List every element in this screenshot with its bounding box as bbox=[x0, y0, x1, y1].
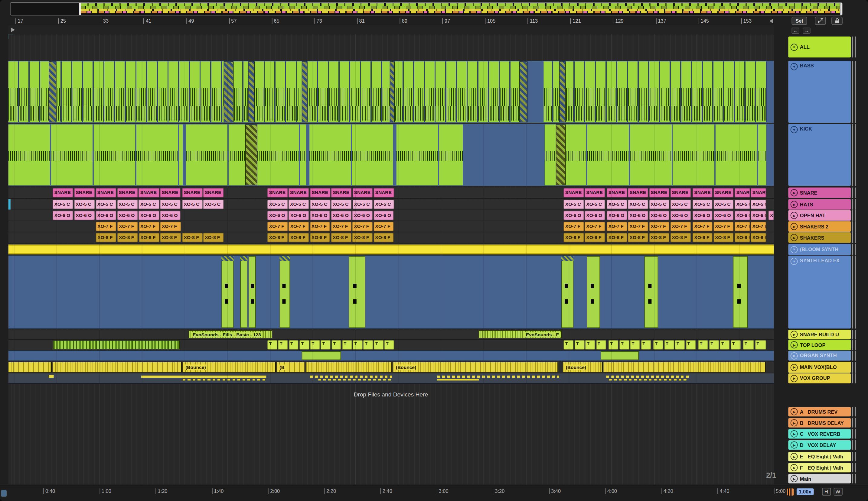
drum-clip[interactable]: SNARE bbox=[331, 188, 352, 197]
top-loop-clip[interactable]: T bbox=[596, 340, 606, 350]
drum-clip[interactable]: XO-8 F bbox=[139, 233, 159, 242]
fold-strip-segment[interactable] bbox=[852, 36, 857, 58]
drum-clip[interactable]: XO-5 C bbox=[585, 200, 605, 209]
drum-clip[interactable]: XO-6 O bbox=[607, 211, 627, 220]
audio-clip[interactable] bbox=[186, 125, 245, 185]
vocal-clip[interactable]: (Bounce) bbox=[183, 362, 276, 372]
drum-clip[interactable]: SNARE bbox=[693, 188, 713, 197]
hatched-clip[interactable] bbox=[245, 125, 258, 185]
resize-corner[interactable] bbox=[1, 490, 7, 497]
drum-clip[interactable]: XO-5 C bbox=[693, 200, 713, 209]
loop-clip[interactable] bbox=[53, 340, 180, 350]
fold-strip-segment[interactable] bbox=[852, 452, 857, 461]
vox-group-clip[interactable] bbox=[310, 376, 392, 378]
midi-clip[interactable] bbox=[587, 256, 600, 328]
top-loop-clip[interactable]: T bbox=[374, 340, 383, 350]
drum-clip[interactable]: XO-5 C bbox=[331, 200, 352, 209]
top-loop-clip[interactable]: T bbox=[743, 340, 754, 350]
top-loop-clip[interactable]: T bbox=[278, 340, 287, 350]
drum-clip[interactable]: XO-6 O bbox=[74, 211, 95, 220]
drum-clip[interactable]: XO-5 C bbox=[289, 200, 309, 209]
audio-clip[interactable] bbox=[397, 125, 463, 185]
drum-clip[interactable]: XO-6 O bbox=[563, 211, 584, 220]
drum-clip[interactable]: SNARE bbox=[713, 188, 733, 197]
drum-clip[interactable]: XO-8 F bbox=[160, 233, 180, 242]
hatched-clip[interactable] bbox=[248, 61, 255, 122]
drum-clip[interactable]: XO-8 F bbox=[310, 233, 330, 242]
midi-clip[interactable] bbox=[733, 256, 747, 328]
track-header-snare-build-u[interactable]: ▶SNARE BUILD U bbox=[788, 330, 851, 339]
fold-strip-segment[interactable] bbox=[852, 373, 857, 383]
top-loop-clip[interactable]: T bbox=[630, 340, 640, 350]
drum-clip[interactable]: XO-6 O bbox=[693, 211, 713, 220]
track-header-top-loop[interactable]: ▶TOP LOOP bbox=[788, 340, 851, 350]
drum-clip[interactable]: XO-7 F bbox=[268, 222, 287, 231]
hatched-clip[interactable] bbox=[302, 61, 307, 122]
drum-clip[interactable]: SNARE bbox=[649, 188, 669, 197]
vocal-clip[interactable]: (Bounce) bbox=[563, 362, 603, 372]
track-header-bass[interactable]: ▼BASS bbox=[788, 61, 851, 123]
drum-clip[interactable]: XO-5 C bbox=[117, 200, 138, 209]
drum-clip[interactable]: XO-5 C bbox=[74, 200, 95, 209]
midi-clip[interactable] bbox=[240, 256, 248, 328]
drum-clip[interactable]: XO-7 F bbox=[160, 222, 180, 231]
drum-clip[interactable]: XO-8 F bbox=[289, 233, 309, 242]
drum-clip[interactable]: XO-7 F bbox=[352, 222, 373, 231]
fold-strip-segment[interactable] bbox=[852, 440, 857, 450]
lane-snare[interactable]: SNARESNARESNARESNARESNARESNARESNARESNARE… bbox=[8, 187, 774, 199]
drum-clip[interactable]: SNARE bbox=[585, 188, 605, 197]
drum-clip[interactable]: XO-8 F bbox=[628, 233, 648, 242]
fold-strip-segment[interactable] bbox=[852, 340, 857, 350]
lane-shakers2[interactable]: XO-7 FXO-7 FXO-7 FXO-7 FXO-7 FXO-7 FXO-7… bbox=[8, 221, 774, 232]
fold-strip-segment[interactable] bbox=[852, 463, 857, 472]
drum-clip[interactable]: XO-7 F bbox=[628, 222, 648, 231]
drum-clip[interactable]: XO-8 F bbox=[607, 233, 627, 242]
drum-clip[interactable]: SNARE bbox=[138, 188, 159, 197]
drum-clip[interactable]: XO-7 F bbox=[649, 222, 669, 231]
key-midi-icon[interactable] bbox=[787, 488, 794, 495]
vox-group-clip[interactable] bbox=[437, 376, 559, 378]
top-loop-clip[interactable]: T bbox=[675, 340, 685, 350]
fold-strip-segment[interactable] bbox=[852, 221, 857, 232]
fold-strip-segment[interactable] bbox=[852, 232, 857, 243]
audio-clip[interactable] bbox=[545, 125, 766, 185]
top-loop-clip[interactable]: T bbox=[268, 340, 277, 350]
height-zoom-button[interactable]: H bbox=[822, 488, 830, 495]
fill-clip[interactable]: EvoSounds - Fills - Basic - 128 bbox=[188, 330, 272, 339]
midi-clip[interactable] bbox=[349, 256, 365, 328]
lane-mainvox[interactable]: (Bounce)(B(Bounce)(Bounce) bbox=[8, 362, 774, 373]
track-header-vox-group[interactable]: ▶VOX GROUP bbox=[788, 373, 851, 383]
vocal-clip[interactable]: (B bbox=[277, 362, 305, 372]
drum-clip[interactable]: XO-8 F bbox=[331, 233, 352, 242]
fold-strip-segment[interactable] bbox=[852, 418, 857, 428]
drum-clip[interactable]: XO-5 C bbox=[563, 200, 584, 209]
drum-clip[interactable]: XO-6 O bbox=[352, 211, 373, 220]
drum-clip[interactable]: XO-7 F bbox=[751, 222, 766, 231]
drum-clip[interactable]: XO-5 C bbox=[310, 200, 330, 209]
vox-group-clip[interactable] bbox=[49, 375, 53, 378]
vocal-clip[interactable] bbox=[53, 362, 182, 372]
drum-clip[interactable]: SNARE bbox=[352, 188, 373, 197]
drum-clip[interactable]: XO-7 F bbox=[117, 222, 138, 231]
drum-clip[interactable]: SNARE bbox=[563, 188, 584, 197]
midi-clip[interactable] bbox=[561, 256, 573, 328]
drum-clip[interactable]: XO-8 F bbox=[713, 233, 733, 242]
drum-clip[interactable]: SNARE bbox=[160, 188, 180, 197]
return-header-d-vox-delay[interactable]: ▶DVOX DELAY bbox=[788, 440, 851, 450]
drum-clip[interactable]: XO-6 O bbox=[117, 211, 138, 220]
drum-clip[interactable]: XO-7 F bbox=[670, 222, 690, 231]
midi-clip[interactable] bbox=[249, 256, 256, 328]
hatched-clip[interactable] bbox=[519, 61, 527, 122]
drum-clip[interactable]: XO-8 F bbox=[117, 233, 138, 242]
drum-clip[interactable]: XO-5 C bbox=[751, 200, 766, 209]
drum-clip[interactable]: XO-7 F bbox=[96, 222, 116, 231]
vocal-clip[interactable] bbox=[8, 362, 52, 372]
drum-clip[interactable]: SNARE bbox=[374, 188, 394, 197]
drum-clip[interactable]: XO-5 C bbox=[607, 200, 627, 209]
fold-strip-segment[interactable] bbox=[852, 407, 857, 416]
track-header-all[interactable]: ≡ALL bbox=[788, 36, 851, 58]
drum-clip[interactable]: XO-5 C bbox=[268, 200, 287, 209]
drum-clip[interactable]: XO-8 F bbox=[352, 233, 373, 242]
drum-clip[interactable]: XO-6 O bbox=[628, 211, 648, 220]
vocal-clip[interactable]: (Bounce) bbox=[393, 362, 558, 372]
